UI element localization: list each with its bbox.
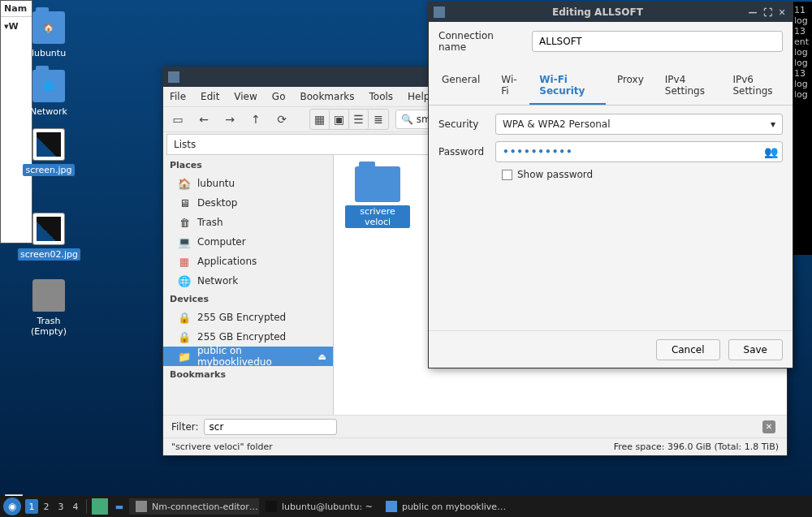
filter-bar: Filter: ✕: [163, 415, 787, 437]
network-icon: 🌐: [178, 274, 191, 287]
maximize-button[interactable]: ⛶: [762, 6, 773, 18]
menu-edit[interactable]: Edit: [201, 91, 219, 102]
taskbar[interactable]: ◉ 1 2 3 4 ▬ Nm-connection-editor… lubunt…: [0, 496, 812, 517]
status-selection: "scrivere veloci" folder: [171, 442, 273, 452]
folder-icon: [168, 71, 179, 83]
desktop-icon-network[interactable]: 🌐 Network: [18, 70, 80, 118]
checkbox-icon: [502, 170, 512, 180]
home-folder-icon: 🏠: [32, 11, 65, 44]
disk-encrypted-icon: 🔒: [178, 311, 191, 324]
tab-wifi[interactable]: Wi-Fi: [491, 67, 528, 105]
status-free-space: Free space: 396.0 GiB (Total: 1.8 TiB): [614, 442, 779, 452]
show-desktop-button[interactable]: [92, 498, 108, 515]
connection-name-input[interactable]: [532, 31, 783, 52]
home-icon: 🏠: [178, 177, 191, 190]
clear-filter-button[interactable]: ✕: [762, 420, 775, 433]
workspace-4[interactable]: 4: [69, 499, 82, 514]
eject-icon[interactable]: ⏏: [318, 351, 326, 362]
chevron-down-icon: ▾: [771, 118, 775, 130]
password-input[interactable]: [495, 141, 783, 162]
sidebar-item-lubuntu[interactable]: 🏠lubuntu: [163, 174, 333, 193]
nav-back-button[interactable]: ←: [194, 110, 214, 129]
workspace-2[interactable]: 2: [40, 499, 53, 514]
user-secret-icon[interactable]: 👥: [764, 145, 778, 158]
sidebar-item-public-share[interactable]: 📁public on mybookliveduo⏏: [163, 347, 333, 366]
desktop-icon-home[interactable]: 🏠 lubuntu: [18, 11, 80, 59]
view-thumb-button[interactable]: ▣: [330, 110, 349, 129]
places-header: Places: [163, 157, 333, 174]
close-button[interactable]: ✕: [776, 6, 788, 18]
sidebar-item-desktop[interactable]: 🖥Desktop: [163, 193, 333, 213]
devices-header: Devices: [163, 291, 333, 308]
image-file-icon: [32, 128, 65, 161]
folder-icon: [355, 166, 400, 202]
file-item-folder[interactable]: scrivere veloci: [345, 166, 410, 228]
bookmarks-header: Bookmarks: [163, 366, 333, 383]
connection-name-label: Connection name: [438, 30, 524, 53]
file-manager-launcher[interactable]: ▬: [111, 498, 127, 515]
desktop-icon: 🖥: [178, 196, 191, 209]
applications-icon: ▦: [178, 255, 191, 268]
sidebar-item-encrypted-1[interactable]: 🔒255 GB Encrypted: [163, 327, 333, 347]
security-select[interactable]: WPA & WPA2 Personal ▾: [495, 114, 783, 135]
nav-up-button[interactable]: ↑: [246, 110, 266, 129]
workspace-1[interactable]: 1: [25, 499, 38, 514]
cancel-button[interactable]: Cancel: [656, 339, 720, 360]
view-compact-button[interactable]: ☰: [349, 110, 369, 129]
terminal-window[interactable]: 11log13entloglog13loglog: [793, 2, 812, 255]
tab-proxy[interactable]: Proxy: [607, 67, 654, 105]
nm-editor-window[interactable]: Editing ALLSOFT — ⛶ ✕ Connection name Ge…: [428, 2, 793, 368]
desktop-icon-trash[interactable]: Trash (Empty): [18, 279, 80, 338]
task-nm-editor[interactable]: Nm-connection-editor…: [129, 498, 259, 515]
search-icon: 🔍: [401, 114, 413, 125]
tab-ipv6[interactable]: IPv6 Settings: [723, 67, 789, 105]
menu-file[interactable]: File: [170, 91, 186, 102]
image-file-icon: [32, 213, 65, 245]
task-file-manager[interactable]: public on mybooklive…: [379, 498, 509, 515]
show-password-checkbox[interactable]: Show password: [502, 169, 783, 180]
password-label: Password: [438, 146, 487, 157]
task-terminal[interactable]: lubuntu@lubuntu: ~: [259, 498, 379, 515]
desktop-icon-screen02-jpg[interactable]: screen02.jpg: [18, 213, 80, 261]
minimize-button[interactable]: —: [747, 6, 758, 18]
menu-tools[interactable]: Tools: [369, 91, 394, 102]
menu-view[interactable]: View: [234, 91, 257, 102]
save-button[interactable]: Save: [728, 339, 783, 360]
desktop-icon-screen-jpg[interactable]: screen.jpg: [18, 128, 80, 176]
sidebar-item-computer[interactable]: 💻Computer: [163, 232, 333, 252]
nm-tabs: General Wi-Fi Wi-Fi Security Proxy IPv4 …: [429, 67, 793, 106]
menu-help[interactable]: Help: [408, 91, 430, 102]
view-list-button[interactable]: ≣: [369, 110, 388, 129]
fm-sidebar[interactable]: Places 🏠lubuntu 🖥Desktop 🗑Trash 💻Compute…: [163, 155, 334, 415]
sidebar-item-applications[interactable]: ▦Applications: [163, 252, 333, 271]
filter-label: Filter:: [171, 421, 199, 433]
security-label: Security: [438, 118, 487, 130]
start-menu-button[interactable]: ◉: [3, 498, 21, 515]
app-icon: [136, 501, 147, 512]
tab-general[interactable]: General: [432, 67, 490, 105]
filter-input[interactable]: [204, 419, 337, 435]
network-folder-icon: 🌐: [32, 70, 65, 102]
window-icon: [434, 6, 445, 18]
menu-go[interactable]: Go: [272, 91, 286, 102]
computer-icon: 💻: [178, 235, 191, 248]
nav-forward-button[interactable]: →: [220, 110, 240, 129]
tab-wifi-security[interactable]: Wi-Fi Security: [529, 67, 606, 105]
trash-icon: 🗑: [178, 216, 191, 229]
new-tab-button[interactable]: ▭: [168, 110, 188, 129]
sidebar-item-encrypted-0[interactable]: 🔒255 GB Encrypted: [163, 308, 333, 327]
sidebar-item-network[interactable]: 🌐Network: [163, 271, 333, 291]
trash-icon: [32, 279, 65, 312]
disk-encrypted-icon: 🔒: [178, 330, 191, 343]
sidebar-item-trash[interactable]: 🗑Trash: [163, 213, 333, 232]
view-mode-group: ▦ ▣ ☰ ≣: [309, 109, 389, 130]
nm-titlebar[interactable]: Editing ALLSOFT — ⛶ ✕: [429, 2, 793, 22]
menu-bookmarks[interactable]: Bookmarks: [300, 91, 354, 102]
folder-icon: [386, 501, 397, 512]
workspace-3[interactable]: 3: [54, 499, 67, 514]
view-icons-button[interactable]: ▦: [310, 110, 330, 129]
tab-ipv4[interactable]: IPv4 Settings: [655, 67, 722, 105]
nav-home-button[interactable]: ⟳: [272, 110, 292, 129]
network-share-icon: 📁: [178, 350, 191, 363]
nm-footer: Cancel Save: [429, 330, 793, 368]
